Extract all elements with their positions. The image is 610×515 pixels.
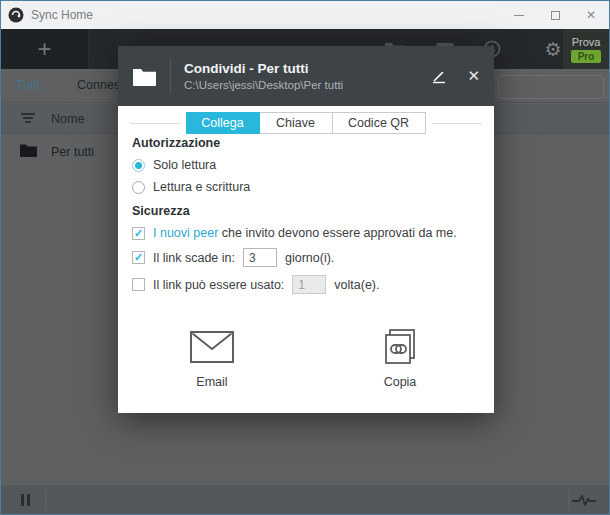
window-controls: ✕ bbox=[501, 1, 609, 29]
status-bar bbox=[1, 484, 609, 514]
folder-icon bbox=[19, 143, 38, 161]
radio-unselected-icon bbox=[132, 181, 145, 194]
column-header-name[interactable]: Nome bbox=[51, 112, 84, 126]
tab-tutti[interactable]: Tutti bbox=[16, 78, 40, 92]
checkbox-checked-icon: ✓ bbox=[132, 227, 145, 240]
checkbox-link-usage[interactable]: Il link può essere usato: volta(e). bbox=[132, 275, 379, 294]
minimize-button[interactable] bbox=[501, 1, 537, 29]
filter-icon[interactable] bbox=[21, 110, 35, 128]
edit-pencil-icon[interactable] bbox=[431, 68, 447, 84]
dialog-path: C:\Users\jessi\Desktop\Per tutti bbox=[184, 79, 343, 91]
radio-label: Lettura e scrittura bbox=[153, 180, 250, 194]
dialog-title: Condividi - Per tutti bbox=[184, 61, 343, 76]
authorization-heading: Autorizzazione bbox=[132, 136, 220, 150]
close-icon: ✕ bbox=[586, 9, 596, 21]
statusbar-divider bbox=[568, 489, 569, 511]
checkbox-link-expires[interactable]: ✓ Il link scade in: giorno(i). bbox=[132, 248, 334, 267]
checkbox-unchecked-icon bbox=[132, 278, 145, 291]
tab-chiave[interactable]: Chiave bbox=[259, 112, 333, 134]
search-input[interactable] bbox=[498, 75, 604, 99]
gear-glyph: ⚙ bbox=[544, 40, 561, 59]
plus-icon: + bbox=[37, 37, 51, 61]
envelope-icon bbox=[190, 330, 234, 364]
pause-button[interactable] bbox=[21, 494, 30, 506]
app-window: Sync Home ✕ + ⚙ Prova Pro Tutti bbox=[0, 0, 610, 515]
expire-days-input[interactable] bbox=[243, 248, 277, 267]
app-title: Sync Home bbox=[31, 8, 93, 22]
activity-speed-icon[interactable] bbox=[572, 493, 596, 512]
tab-collega[interactable]: Collega bbox=[186, 112, 260, 134]
close-button[interactable]: ✕ bbox=[573, 1, 609, 29]
copy-label: Copia bbox=[384, 375, 417, 389]
usage-suffix: volta(e). bbox=[334, 278, 379, 292]
radio-label: Solo lettura bbox=[153, 158, 216, 172]
dialog-header: Condividi - Per tutti C:\Users\jessi\Des… bbox=[118, 46, 494, 106]
tab-group: Collega Chiave Codice QR bbox=[187, 112, 426, 134]
pro-badge: Pro bbox=[571, 50, 602, 63]
approval-rest-text: che invito devono essere approvati da me… bbox=[218, 226, 456, 240]
sync-logo-icon bbox=[8, 7, 24, 23]
tab-line-right bbox=[432, 123, 483, 124]
minimize-icon bbox=[514, 15, 524, 16]
checkbox-checked-icon: ✓ bbox=[132, 251, 145, 264]
trial-label: Prova bbox=[572, 36, 601, 48]
folder-icon-large bbox=[132, 67, 157, 86]
copy-link-icon bbox=[381, 330, 419, 364]
add-folder-button[interactable]: + bbox=[1, 29, 89, 69]
statusbar-divider bbox=[45, 489, 46, 511]
maximize-icon bbox=[551, 11, 560, 20]
tab-line-left bbox=[130, 123, 181, 124]
new-peers-link[interactable]: I nuovi peer bbox=[153, 226, 218, 240]
dialog-tabs: Collega Chiave Codice QR bbox=[118, 112, 494, 134]
email-action-button[interactable]: Email bbox=[118, 318, 306, 389]
share-actions: Email Copia bbox=[118, 318, 494, 389]
radio-selected-icon bbox=[132, 159, 145, 172]
share-dialog: Condividi - Per tutti C:\Users\jessi\Des… bbox=[118, 46, 494, 413]
tab-codice-qr[interactable]: Codice QR bbox=[332, 112, 426, 134]
expires-label: Il link scade in: bbox=[153, 251, 235, 265]
approval-label: I nuovi peer che invito devono essere ap… bbox=[153, 226, 457, 240]
security-heading: Sicurezza bbox=[132, 204, 190, 218]
titlebar: Sync Home ✕ bbox=[1, 1, 609, 29]
radio-read-only[interactable]: Solo lettura bbox=[132, 158, 216, 172]
dialog-titles: Condividi - Per tutti C:\Users\jessi\Des… bbox=[184, 61, 343, 91]
header-divider bbox=[170, 58, 171, 94]
usage-count-input[interactable] bbox=[292, 275, 326, 294]
expires-suffix: giorno(i). bbox=[285, 251, 334, 265]
maximize-button[interactable] bbox=[537, 1, 573, 29]
dialog-close-icon[interactable]: ✕ bbox=[467, 67, 480, 85]
email-label: Email bbox=[196, 375, 227, 389]
trial-pro-button[interactable]: Prova Pro bbox=[563, 29, 609, 69]
usage-label: Il link può essere usato: bbox=[153, 278, 284, 292]
checkbox-approval[interactable]: ✓ I nuovi peer che invito devono essere … bbox=[132, 226, 457, 240]
radio-read-write[interactable]: Lettura e scrittura bbox=[132, 180, 250, 194]
copy-link-action-button[interactable]: Copia bbox=[306, 318, 494, 389]
folder-name: Per tutti bbox=[51, 145, 94, 159]
